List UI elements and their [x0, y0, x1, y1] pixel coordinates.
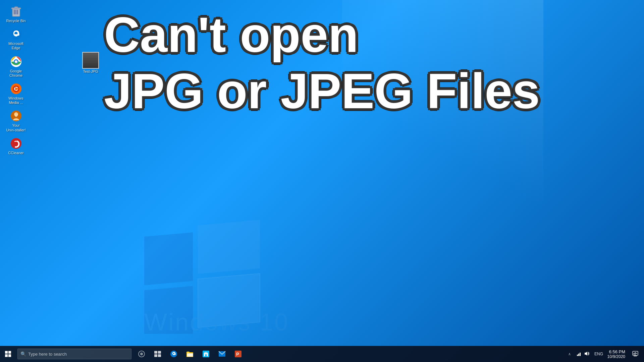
svg-rect-25: [83, 63, 98, 68]
svg-rect-47: [634, 356, 637, 356]
svg-point-26: [89, 55, 93, 59]
tray-language[interactable]: ENG: [593, 352, 604, 356]
windows-media-icon: [9, 82, 23, 96]
chrome-label: GoogleChrome: [9, 69, 22, 78]
headline-container: Can't open JPG or JPEG Files: [104, 10, 624, 116]
svg-marker-45: [585, 352, 587, 356]
svg-rect-6: [14, 10, 15, 14]
taskbar-powerpoint-button[interactable]: P: [230, 346, 246, 362]
clock-date: 10/9/2020: [607, 354, 625, 359]
desktop-icons-column: Recycle Bin MicrosoftEdge GoogleChrome: [3, 3, 29, 157]
taskbar-mail-button[interactable]: [214, 346, 230, 362]
svg-rect-1: [198, 220, 260, 274]
uninstaller-icon: U: [9, 109, 23, 123]
system-tray: ∧ ENG 6:56 PM 10/9/2020: [567, 346, 644, 362]
svg-rect-31: [154, 354, 157, 357]
desktop-icon-edge[interactable]: MicrosoftEdge: [3, 26, 29, 52]
task-view-button[interactable]: [150, 346, 166, 362]
svg-rect-7: [15, 10, 16, 14]
svg-text:Windows 10: Windows 10: [144, 309, 289, 334]
search-placeholder-text: Type here to search: [28, 352, 67, 357]
svg-rect-48: [635, 352, 636, 353]
chrome-icon: [9, 55, 23, 68]
uninstaller-label: YourUnin-staller!: [6, 123, 26, 132]
svg-rect-49: [633, 353, 637, 354]
search-icon: 🔍: [20, 351, 26, 357]
desktop-icon-recycle-bin[interactable]: Recycle Bin: [3, 3, 29, 24]
tray-icons-container: [572, 350, 593, 358]
headline-line2: JPG or JPEG Files: [104, 66, 624, 116]
desktop-file-test-jpg[interactable]: Test-JPG: [77, 52, 104, 73]
taskbar: 🔍 Type here to search: [0, 346, 644, 362]
taskbar-store-button[interactable]: [198, 346, 214, 362]
desktop-icon-ccleaner[interactable]: CCleaner: [3, 135, 29, 157]
svg-rect-8: [17, 10, 18, 14]
start-icon: [5, 351, 11, 357]
svg-rect-36: [187, 353, 193, 357]
svg-point-28: [140, 353, 143, 355]
cortana-button[interactable]: [133, 346, 150, 362]
test-jpg-label: Test-JPG: [83, 69, 98, 73]
taskbar-pinned-apps: P: [133, 346, 246, 362]
taskbar-search[interactable]: 🔍 Type here to search: [17, 349, 131, 359]
desktop-icon-windows-media[interactable]: WindowsMedia ...: [3, 81, 29, 106]
taskbar-explorer-button[interactable]: [182, 346, 198, 362]
desktop-icon-chrome[interactable]: GoogleChrome: [3, 54, 29, 79]
tray-volume-icon[interactable]: [583, 350, 590, 358]
test-jpg-thumbnail: [82, 52, 99, 69]
clock-time: 6:56 PM: [609, 349, 625, 354]
tray-overflow-button[interactable]: ∧: [567, 351, 572, 357]
edge-icon: [9, 27, 23, 41]
svg-text:U: U: [15, 114, 17, 118]
svg-rect-0: [144, 232, 193, 285]
windows-media-label: WindowsMedia ...: [8, 96, 23, 105]
windows10-watermark: Windows 10: [144, 217, 352, 335]
svg-text:P: P: [236, 352, 239, 357]
system-clock[interactable]: 6:56 PM 10/9/2020: [604, 349, 628, 359]
ccleaner-icon: [9, 137, 23, 150]
svg-rect-42: [577, 355, 578, 356]
recycle-bin-label: Recycle Bin: [6, 19, 25, 23]
desktop-icon-uninstaller[interactable]: U YourUnin-staller!: [3, 108, 29, 133]
svg-rect-30: [158, 351, 161, 354]
action-center-button[interactable]: [628, 346, 643, 362]
svg-rect-32: [158, 354, 161, 357]
svg-rect-44: [580, 353, 581, 356]
svg-rect-43: [578, 354, 579, 356]
tray-network-icon[interactable]: [575, 350, 582, 358]
svg-rect-10: [14, 7, 18, 8]
svg-rect-38: [205, 354, 207, 356]
svg-rect-29: [154, 351, 157, 354]
svg-rect-50: [633, 354, 636, 355]
start-button[interactable]: [0, 346, 16, 362]
edge-label: MicrosoftEdge: [8, 42, 23, 50]
svg-rect-24: [83, 53, 98, 68]
headline-line1: Can't open: [104, 10, 624, 60]
taskbar-edge-button[interactable]: [166, 346, 182, 362]
recycle-bin-icon: [9, 5, 23, 18]
ccleaner-label: CCleaner: [8, 151, 23, 155]
svg-point-15: [15, 60, 17, 63]
